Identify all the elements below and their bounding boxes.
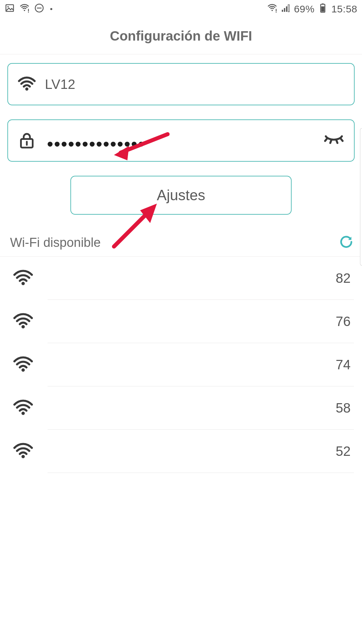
- clock: 15:58: [331, 3, 357, 15]
- network-row[interactable]: 52: [0, 430, 362, 473]
- network-signal-strength: 82: [330, 271, 351, 286]
- network-ssid-redacted: [48, 401, 330, 415]
- settings-button[interactable]: Ajustes: [70, 176, 292, 215]
- network-ssid-redacted: [48, 444, 330, 458]
- ssid-field[interactable]: LV12: [7, 63, 355, 105]
- svg-point-28: [21, 455, 25, 458]
- wifi-icon: [12, 269, 34, 287]
- wifi-icon: [12, 398, 34, 417]
- network-signal-strength: 74: [330, 357, 351, 372]
- wifi-icon: [12, 312, 34, 331]
- status-bar: 69% 15:58: [0, 0, 362, 18]
- ssid-value: LV12: [45, 77, 75, 92]
- svg-point-2: [24, 9, 25, 11]
- network-signal-strength: 76: [330, 314, 351, 329]
- network-row[interactable]: 82: [0, 257, 362, 300]
- svg-point-1: [7, 6, 9, 7]
- hide-password-icon[interactable]: [323, 129, 345, 152]
- dnd-icon: [34, 3, 44, 15]
- network-row[interactable]: 74: [0, 343, 362, 386]
- battery-percent: 69%: [294, 3, 315, 15]
- settings-button-label: Ajustes: [157, 187, 205, 204]
- network-signal-strength: 58: [330, 400, 351, 416]
- svg-line-23: [341, 139, 343, 141]
- password-value-masked: ••••••••••••••: [47, 141, 145, 147]
- wifi-icon: [17, 75, 41, 94]
- scroll-indicator: [360, 128, 362, 266]
- svg-rect-10: [282, 10, 283, 12]
- svg-rect-16: [321, 6, 324, 12]
- svg-point-7: [272, 9, 273, 11]
- available-wifi-label: Wi-Fi disponible: [10, 235, 101, 250]
- svg-point-17: [25, 88, 28, 91]
- svg-rect-12: [286, 6, 287, 12]
- available-networks-list: 82 76 74 58: [0, 257, 362, 473]
- svg-rect-3: [28, 9, 29, 11]
- battery-icon: [318, 3, 328, 15]
- svg-point-9: [276, 12, 277, 13]
- more-notifications-dot: [50, 8, 52, 10]
- svg-rect-13: [288, 5, 289, 12]
- svg-point-27: [21, 412, 25, 415]
- network-ssid-redacted: [48, 315, 330, 328]
- svg-point-25: [21, 325, 25, 328]
- svg-rect-15: [322, 3, 324, 4]
- password-field[interactable]: ••••••••••••••: [7, 119, 355, 162]
- network-row[interactable]: 76: [0, 300, 362, 343]
- svg-point-24: [21, 282, 25, 285]
- svg-line-20: [325, 139, 327, 141]
- svg-line-22: [337, 141, 338, 143]
- lock-icon: [17, 131, 41, 150]
- svg-point-4: [28, 12, 29, 13]
- page-title: Configuración de WIFI: [110, 29, 252, 44]
- network-ssid-redacted: [48, 358, 330, 371]
- refresh-icon[interactable]: [339, 234, 354, 251]
- svg-rect-8: [276, 9, 277, 11]
- app-header: Configuración de WIFI: [0, 18, 362, 54]
- wifi-icon: [12, 442, 34, 461]
- svg-rect-11: [284, 8, 285, 12]
- wifi-signal-icon: [267, 3, 277, 15]
- network-row[interactable]: 58: [0, 386, 362, 429]
- network-ssid-redacted: [48, 271, 330, 285]
- wifi-icon: [12, 355, 34, 374]
- svg-line-21: [330, 141, 331, 143]
- wifi-status-icon: [19, 3, 29, 15]
- network-signal-strength: 52: [330, 444, 351, 459]
- cell-signal-icon: [281, 3, 291, 15]
- gallery-icon: [5, 3, 15, 15]
- svg-point-26: [21, 368, 25, 372]
